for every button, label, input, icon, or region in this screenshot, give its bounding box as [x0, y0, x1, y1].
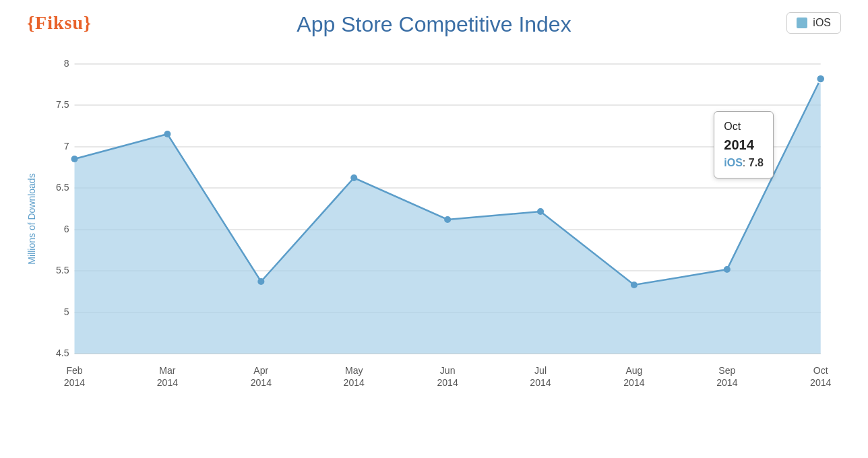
- data-point-aug[interactable]: [631, 282, 638, 288]
- svg-text:Jul: Jul: [534, 365, 547, 376]
- tooltip-year: 2014: [724, 135, 764, 155]
- svg-text:2014: 2014: [810, 377, 832, 388]
- tooltip-value: iOS: 7.8: [724, 155, 764, 171]
- data-point-apr[interactable]: [257, 278, 264, 285]
- legend-color-swatch: [797, 18, 807, 28]
- data-point-may[interactable]: [350, 174, 357, 181]
- svg-text:2014: 2014: [623, 377, 645, 388]
- logo: {Fiksu}: [27, 12, 92, 34]
- legend: iOS: [786, 12, 841, 34]
- chart-svg: 8 7.5 7 6.5 6 5.5 5 4.5 Millions of Down…: [20, 44, 848, 401]
- chart-title: App Store Competitive Index: [297, 12, 571, 37]
- svg-text:2014: 2014: [437, 377, 458, 388]
- svg-text:7: 7: [64, 141, 69, 152]
- svg-text:7.5: 7.5: [56, 99, 69, 110]
- chart-container: 8 7.5 7 6.5 6 5.5 5 4.5 Millions of Down…: [20, 44, 848, 401]
- svg-text:Sep: Sep: [718, 365, 735, 376]
- svg-text:5: 5: [64, 306, 69, 317]
- svg-text:4.5: 4.5: [56, 348, 69, 358]
- svg-text:Oct: Oct: [813, 365, 828, 376]
- svg-text:2014: 2014: [530, 377, 551, 388]
- data-point-feb[interactable]: [71, 156, 78, 162]
- svg-text:5.5: 5.5: [56, 265, 69, 275]
- svg-text:2014: 2014: [157, 377, 179, 388]
- svg-text:Feb: Feb: [66, 365, 82, 376]
- data-point-jul[interactable]: [537, 208, 544, 215]
- svg-text:2014: 2014: [716, 377, 738, 388]
- header: {Fiksu} App Store Competitive Index iOS: [0, 0, 868, 44]
- data-point-jun[interactable]: [444, 216, 451, 223]
- data-point-mar[interactable]: [164, 131, 170, 137]
- svg-text:2014: 2014: [64, 377, 86, 388]
- svg-text:2014: 2014: [344, 377, 365, 388]
- page: {Fiksu} App Store Competitive Index iOS: [0, 0, 868, 458]
- tooltip-series: iOS: [724, 157, 743, 168]
- svg-text:8: 8: [64, 58, 69, 69]
- svg-text:Jun: Jun: [440, 365, 456, 376]
- svg-text:Aug: Aug: [625, 365, 642, 376]
- svg-text:Millions of Downloads: Millions of Downloads: [26, 173, 37, 264]
- svg-text:Apr: Apr: [253, 365, 268, 376]
- tooltip-number: 7.8: [749, 157, 764, 168]
- data-point-sep[interactable]: [724, 266, 731, 273]
- tooltip: Oct 2014 iOS: 7.8: [714, 111, 774, 178]
- legend-label: iOS: [813, 17, 831, 29]
- svg-text:6.5: 6.5: [56, 182, 69, 193]
- svg-text:6: 6: [64, 224, 69, 234]
- svg-text:May: May: [345, 365, 363, 376]
- tooltip-month: Oct: [724, 119, 764, 135]
- svg-text:2014: 2014: [251, 377, 272, 388]
- data-point-oct[interactable]: [817, 75, 825, 83]
- svg-text:Mar: Mar: [159, 365, 176, 376]
